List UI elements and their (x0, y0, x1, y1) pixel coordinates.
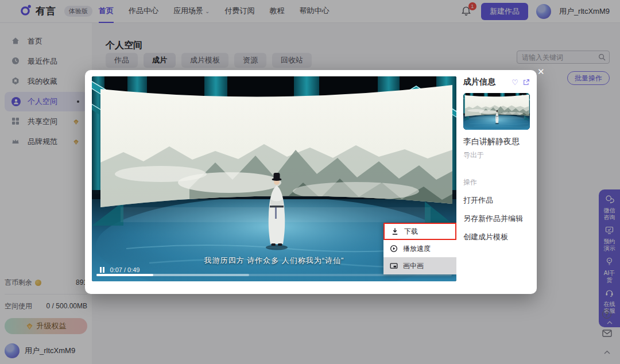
time-display: 0:07 / 0:49 (110, 266, 140, 273)
context-menu-playback-speed[interactable]: 播放速度 (383, 240, 456, 257)
download-icon (391, 227, 399, 235)
video-title: 李白讲解静夜思 (463, 137, 530, 147)
context-menu-download[interactable]: 下载 (383, 223, 456, 240)
video-info-panel: 成片信息 ♡ 李白讲解静夜思 导出于 操作 打开作品 另存新作品并编辑 创建成片… (463, 77, 530, 242)
share-icon[interactable] (522, 79, 530, 86)
app-root: 有言 体验版 首页 作品中心 应用场景⌄ 付费订阅 教程 帮助中心 1 新建作品… (0, 0, 620, 364)
video-preview-modal: 我游历四方 诗作众多 人们称我为“诗仙” 0:07 / 0:49 下载 播放速度 (85, 70, 537, 294)
player-controls: 0:07 / 0:49 (100, 266, 140, 273)
picture-in-picture-icon (390, 262, 398, 270)
context-menu-picture-in-picture[interactable]: 画中画 (383, 257, 456, 274)
action-save-as-new-and-edit[interactable]: 另存新作品并编辑 (463, 214, 530, 224)
video-player[interactable]: 我游历四方 诗作众多 人们称我为“诗仙” 0:07 / 0:49 下载 播放速度 (92, 76, 456, 281)
modal-close-icon[interactable]: ✕ (537, 67, 545, 76)
info-panel-title: 成片信息 (463, 77, 495, 87)
action-open-work[interactable]: 打开作品 (463, 195, 530, 206)
video-thumbnail[interactable] (463, 93, 530, 130)
action-create-video-template[interactable]: 创建成片模板 (463, 232, 530, 242)
progress-played (96, 274, 153, 276)
actions-label: 操作 (463, 177, 530, 187)
player-context-menu: 下载 播放速度 画中画 (383, 223, 456, 274)
playback-speed-icon (390, 245, 398, 253)
export-label: 导出于 (463, 150, 530, 160)
pause-button[interactable] (100, 267, 104, 273)
favorite-heart-icon[interactable]: ♡ (512, 79, 518, 86)
